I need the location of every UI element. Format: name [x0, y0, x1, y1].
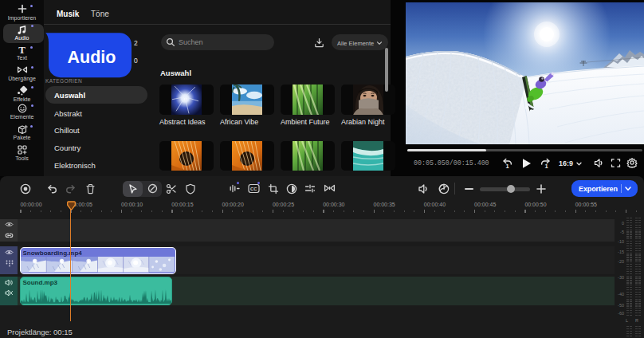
svg-text:1: 1	[505, 163, 509, 169]
svg-text:1: 1	[545, 163, 548, 169]
svg-text:CC: CC	[250, 187, 257, 191]
svg-text:Audio: Audio	[68, 48, 116, 67]
